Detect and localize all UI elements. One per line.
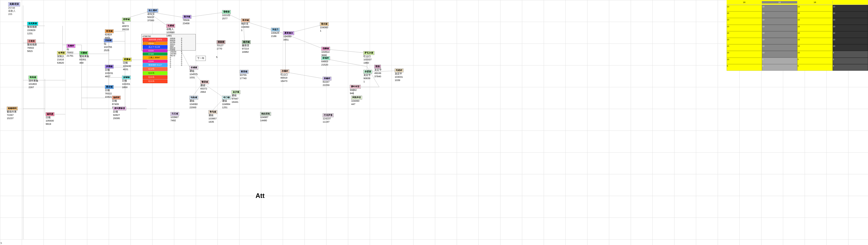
node-xifeng: 锡风堡 日饿 105500 9919 (46, 112, 54, 126)
node-xuecheng-label: 雪橙堡 (222, 10, 231, 14)
node-leizhuangs-v2: 1 (320, 29, 321, 33)
node-saizhen-v1: 99882 (350, 89, 356, 92)
node-geyang-sub: 纳庆亚 (241, 22, 248, 26)
node-saizhen: 赛针村亚 99882 946 (350, 85, 361, 95)
node-wobin-label: 沃濒城 (80, 51, 88, 55)
node-pihu-sub: 仙 (67, 48, 69, 51)
node-xidai-label: 西带城 (122, 18, 131, 22)
node-sawaler-label: 萨瓦尔堡 (364, 51, 374, 55)
chart-col-yellow2: 10 10 10 10 10 10 10 10 5 5 (797, 5, 833, 71)
box-red-4: 红21号 (143, 80, 167, 83)
node-tuoran-v1: 103031 (395, 75, 403, 79)
node-jinsha: 金沙城 通镇 97947 16441 (231, 90, 240, 103)
main-canvas: 克斯尼亚 25748 追敌人 205 汤克斯基 繁殖视察 153829 1231… (0, 0, 868, 245)
node-buke-label: 布克城 (105, 29, 114, 33)
node-dongtong: 冻土通村 远宝宝 50222 37000 (147, 9, 158, 22)
node-fanyin-v1: 65372 (200, 87, 207, 91)
node-pihu-label: 批糊村 (67, 44, 75, 48)
node-jingmiao-v2: 1770 (217, 47, 222, 51)
node-poyu-v1: 104060 (189, 103, 198, 106)
node-linyucun: 林域村 64803 21520 (321, 56, 330, 67)
root-val1: 25748 (8, 6, 15, 10)
yellow-cell-2: 10 (726, 11, 762, 18)
node-saizhen-label: 赛针村亚 (350, 85, 361, 89)
node-wobin-v2: 469 (80, 61, 84, 65)
node-chal-label: 察里镇 (240, 70, 248, 74)
node-hefeng-v2: 2267 (29, 86, 34, 89)
sn-13: 0 (181, 60, 182, 62)
node-linyucun-label: 林域村 (321, 56, 330, 60)
node-jinsha-v1: 97947 (231, 97, 239, 101)
dark-cell-7: 10 (833, 44, 868, 51)
chart-col-header-1: 16 (726, 1, 762, 3)
node-tuoran-label: 托然村 (395, 68, 403, 72)
sn-14: 0 (181, 62, 182, 64)
node-xiaside-label: 夏斯德尔 (283, 31, 294, 35)
node-xidai-v2: 28233 (122, 28, 129, 31)
node-changlou-v1: 103080 (166, 31, 175, 34)
node-heigu-label: 黑谷城 (105, 85, 114, 89)
node-bofu-sub: 日饿 (122, 80, 127, 83)
node-baolahong-label: 抱拉宏拓 (260, 112, 271, 116)
node-xingyi-v2: 4631 (123, 68, 128, 71)
node-dongyilan-v2: 2186 (271, 35, 276, 38)
root-sub: 追敌人 (8, 9, 16, 13)
node-chiluo-v2: 1 (364, 80, 365, 84)
rn-1: 33526 (170, 37, 176, 39)
node-yiju: 亦橘村 红山口 84919 18473 (281, 69, 289, 83)
node-yiju-v1: 84919 (281, 76, 287, 80)
node-fanshi: 汎石城 103967 7492 (170, 112, 179, 122)
node-akaidiya-v2: 447 (351, 103, 355, 106)
yellow2-cell-3: 10 (797, 18, 833, 25)
node-pihu: 批糊村 仙 75002 21761 (67, 44, 75, 57)
node-tangkesi-v1: 153829 (27, 29, 35, 32)
node-beibo-v2: 2525 (104, 49, 109, 52)
node-leizhuangs: 雷庄斯 104060 1 (320, 22, 329, 33)
node-poyu-v2: 22000 (189, 106, 196, 109)
rn-8: 148349 (170, 51, 176, 53)
node-huahuang: 花幌镇 102814 3690 (321, 47, 330, 57)
node-poyu-label: 珀鱼城 (189, 96, 198, 99)
right-numbers: 33526 90029 33769 32011 9837 88918 53656… (170, 37, 176, 68)
node-chal-v1: 93755 (240, 74, 247, 77)
bottom-label: 5 (0, 241, 2, 245)
yellow-cell-6: 10 (726, 38, 762, 44)
node-xiaside-v1: 104060 (283, 35, 291, 38)
node-jingmiao-v1: 70127 (217, 44, 223, 47)
rn-11: 0 (170, 57, 176, 58)
box-red-1: 演作作果 17973 (143, 38, 167, 41)
node-fanshi-v1: 103967 (170, 116, 179, 119)
svg-line-43 (323, 49, 367, 53)
node-wobin-sub: 繁殖果集 (80, 55, 89, 58)
node-leizhuangs-v1: 104060 (320, 26, 328, 29)
node-bofu-v2: 1850 (122, 86, 127, 89)
rn-4: 32011 (170, 43, 176, 45)
sn-11: 0 (181, 57, 182, 58)
node-hawangang-v2: 53620 (57, 61, 64, 65)
node-poyu: 珀鱼城 通镇 104060 22000 (189, 96, 198, 109)
node-beibo: 贝柏城 仙 102755 2525 (104, 39, 113, 52)
yellow2-cell-4: 10 (797, 25, 833, 31)
node-xiongyue-label: 雄月城 (242, 40, 251, 44)
node-xiongyue-sub: 藤新亚 (242, 44, 249, 47)
node-rongchen: 荣辰 龙宏平 49249 37840 (374, 65, 382, 78)
box-orange-1: 45044 (143, 42, 167, 45)
node-hawangang: 哈湾港 实制人 21616 53620 (57, 51, 66, 64)
next-year-label[interactable]: 下一年 (196, 56, 206, 61)
node-tangkesi-v2: 1231 (27, 32, 33, 35)
node-linyucun-v2: 21520 (321, 63, 328, 67)
node-xidai-sub: 仙 (122, 22, 124, 25)
node-bukou-sub: 通镇 (222, 99, 227, 103)
sn-10: 2 (181, 55, 182, 57)
node-bogeli: 柏格特利 繁殖作果 72267 15237 (7, 106, 18, 120)
node-shiniao-v2: 1635 (209, 120, 214, 124)
node-xiaside: 夏斯德尔 104060 3451 (283, 31, 294, 41)
node-caixiang-label: 采橡村 (323, 77, 331, 81)
root-label: 克斯尼亚 (8, 2, 20, 6)
box-red-3: 红21号 (143, 75, 167, 79)
node-dongtong-v2: 37000 (147, 19, 154, 22)
node-sawaler-sub: 红山口 (364, 55, 371, 58)
node-xingyi-sub: 日饿 (123, 61, 128, 65)
gray-cell-1: 10 (762, 5, 797, 11)
node-nongcheng-v2: 1031 (189, 76, 195, 80)
